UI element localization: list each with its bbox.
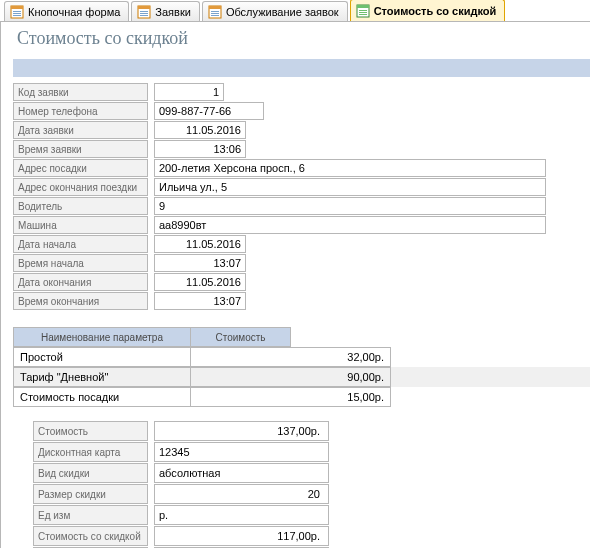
label-discounted-cost: Стоимость со скидкой [33, 526, 148, 546]
cell-cost: 32,00р. [191, 347, 391, 367]
value-dropoff: Ильича ул., 5 [154, 178, 546, 196]
label-request-date: Дата заявки [13, 121, 148, 139]
tab-label: Кнопочная форма [28, 6, 120, 18]
svg-rect-6 [138, 6, 150, 9]
label-discount-type: Вид скидки [33, 463, 148, 483]
header-bar [13, 59, 590, 77]
svg-rect-17 [359, 10, 367, 11]
tab-bar: Кнопочная форма Заявки Обслуживание заяв… [0, 0, 590, 22]
label-pickup: Адрес посадки [13, 159, 148, 177]
label-end-date: Дата окончания [13, 273, 148, 291]
svg-rect-2 [13, 11, 21, 12]
svg-rect-11 [209, 6, 221, 9]
tab-label: Стоимость со скидкой [374, 5, 497, 17]
label-end-time: Время окончания [13, 292, 148, 310]
value-discount-card: 12345 [154, 442, 329, 462]
value-cost: 137,00р. [154, 421, 329, 441]
value-unit: р. [154, 505, 329, 525]
svg-rect-8 [140, 13, 148, 14]
totals-block: Стоимость 137,00р. Дисконтная карта 1234… [33, 421, 590, 548]
value-driver: 9 [154, 197, 546, 215]
svg-rect-13 [211, 13, 219, 14]
cell-name: Простой [13, 347, 191, 367]
label-request-time: Время заявки [13, 140, 148, 158]
value-request-code: 1 [154, 83, 224, 101]
cell-name: Тариф "Дневной" [13, 367, 191, 387]
svg-rect-1 [11, 6, 23, 9]
value-pickup: 200-летия Херсона просп., 6 [154, 159, 546, 177]
svg-rect-4 [13, 15, 21, 16]
value-start-time: 13:07 [154, 254, 246, 272]
label-phone: Номер телефона [13, 102, 148, 120]
report-body: Стоимость со скидкой Код заявки 1 Номер … [1, 22, 590, 548]
value-discount-amount: 20 [154, 484, 329, 504]
value-end-time: 13:07 [154, 292, 246, 310]
label-discount-card: Дисконтная карта [33, 442, 148, 462]
label-start-date: Дата начала [13, 235, 148, 253]
form-icon [208, 5, 222, 19]
svg-rect-9 [140, 15, 148, 16]
table-row: Тариф "Дневной" 90,00р. [13, 367, 590, 387]
value-end-date: 11.05.2016 [154, 273, 246, 291]
label-start-time: Время начала [13, 254, 148, 272]
value-car: аа8990вт [154, 216, 546, 234]
table-row: Простой 32,00р. [13, 347, 590, 367]
report-icon [356, 4, 370, 18]
value-phone: 099-887-77-66 [154, 102, 264, 120]
form-icon [137, 5, 151, 19]
label-request-code: Код заявки [13, 83, 148, 101]
label-unit: Ед изм [33, 505, 148, 525]
label-dropoff: Адрес окончания поездки [13, 178, 148, 196]
tab-requests[interactable]: Заявки [131, 1, 200, 21]
svg-rect-16 [357, 5, 369, 8]
label-driver: Водитель [13, 197, 148, 215]
col-param-cost: Стоимость [191, 327, 291, 347]
svg-rect-3 [13, 13, 21, 14]
tab-service[interactable]: Обслуживание заявок [202, 1, 348, 21]
svg-rect-12 [211, 11, 219, 12]
value-discount-type: абсолютная [154, 463, 329, 483]
label-discount-amount: Размер скидки [33, 484, 148, 504]
col-param-name: Наименование параметра [13, 327, 191, 347]
tab-label: Обслуживание заявок [226, 6, 339, 18]
cell-cost: 90,00р. [191, 367, 391, 387]
value-discounted-cost: 117,00р. [154, 526, 329, 546]
param-table: Наименование параметра Стоимость Простой… [13, 327, 590, 407]
svg-rect-7 [140, 11, 148, 12]
svg-rect-14 [211, 15, 219, 16]
tab-main-form[interactable]: Кнопочная форма [4, 1, 129, 21]
tab-label: Заявки [155, 6, 191, 18]
label-cost: Стоимость [33, 421, 148, 441]
cell-cost: 15,00р. [191, 387, 391, 407]
cell-name: Стоимость посадки [13, 387, 191, 407]
tab-discounted-cost[interactable]: Стоимость со скидкой [350, 0, 506, 21]
svg-rect-19 [359, 14, 367, 15]
svg-rect-18 [359, 12, 367, 13]
value-start-date: 11.05.2016 [154, 235, 246, 253]
table-row: Стоимость посадки 15,00р. [13, 387, 590, 407]
label-car: Машина [13, 216, 148, 234]
report-viewport[interactable]: Стоимость со скидкой Код заявки 1 Номер … [0, 22, 590, 548]
value-request-date: 11.05.2016 [154, 121, 246, 139]
report-title: Стоимость со скидкой [13, 22, 590, 59]
form-icon [10, 5, 24, 19]
value-request-time: 13:06 [154, 140, 246, 158]
